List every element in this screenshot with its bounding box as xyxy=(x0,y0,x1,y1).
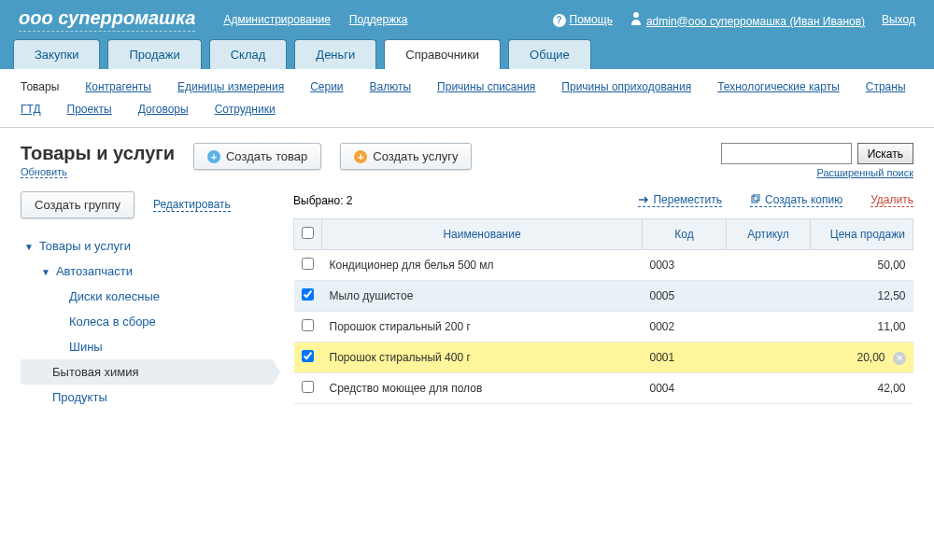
cell-name: Мыло душистое xyxy=(322,281,643,312)
table-row[interactable]: Средство моющее для полов000442,00 xyxy=(294,373,913,404)
user-link[interactable]: admin@ооо суперромашка (Иван Иванов) xyxy=(630,12,865,28)
tree-item[interactable]: Диски колесные xyxy=(21,284,273,309)
row-checkbox[interactable] xyxy=(302,381,314,393)
page-head: Товары и услуги Обновить + Создать товар… xyxy=(21,143,913,178)
tab[interactable]: Общие xyxy=(508,39,591,69)
col-name-header[interactable]: Наименование xyxy=(322,219,643,250)
cell-check xyxy=(294,250,322,281)
caret-icon: ▼ xyxy=(41,267,50,277)
tree-item-label: Продукты xyxy=(52,390,107,404)
subnav-link[interactable]: Контрагенты xyxy=(85,80,151,93)
tree-item-label: Бытовая химия xyxy=(52,365,139,379)
cell-name: Порошок стиральный 400 г xyxy=(322,343,643,373)
cell-name: Средство моющее для полов xyxy=(322,373,643,404)
search-button[interactable]: Искать xyxy=(857,143,913,164)
refresh-link[interactable]: Обновить xyxy=(21,166,67,178)
person-icon xyxy=(630,12,643,25)
copy-icon xyxy=(750,194,761,205)
selected-count: Выбрано: 2 xyxy=(293,194,353,207)
header-links: Администрирование Поддержка xyxy=(223,13,407,26)
app-logo[interactable]: ооо суперромашка xyxy=(19,7,195,32)
table-row[interactable]: Мыло душистое000512,50 xyxy=(294,281,913,312)
subnav-link[interactable]: ГТД xyxy=(21,103,41,116)
edit-link[interactable]: Редактировать xyxy=(153,198,231,212)
tree-item[interactable]: Продукты xyxy=(21,385,273,410)
cell-check xyxy=(294,281,322,312)
help-link[interactable]: ?Помощь xyxy=(553,13,613,27)
subnav-link[interactable]: Валюты xyxy=(370,80,412,93)
table-row[interactable]: Кондиционер для белья 500 мл000350,00 xyxy=(294,250,913,281)
subnav-link[interactable]: Технологические карты xyxy=(717,80,840,93)
subnav-link[interactable]: Сотрудники xyxy=(215,103,276,116)
group-row: Создать группу Редактировать xyxy=(21,191,273,218)
subnav-link[interactable]: Договоры xyxy=(138,103,189,116)
table-row[interactable]: Порошок стиральный 400 г000120,00✕ xyxy=(294,343,913,373)
table-row[interactable]: Порошок стиральный 200 г000211,00 xyxy=(294,312,913,343)
tree-item[interactable]: Шины xyxy=(21,334,273,359)
row-checkbox[interactable] xyxy=(302,319,314,331)
subnav-link[interactable]: Единицы измерения xyxy=(177,80,284,93)
create-product-label: Создать товар xyxy=(226,149,307,163)
col-article-header[interactable]: Артикул xyxy=(727,219,811,250)
support-link[interactable]: Поддержка xyxy=(349,13,408,26)
row-delete-icon[interactable]: ✕ xyxy=(893,352,906,365)
tree-item[interactable]: ▼Товары и услуги xyxy=(21,233,273,259)
tab[interactable]: Продажи xyxy=(107,39,201,69)
tab[interactable]: Справочники xyxy=(384,39,501,69)
create-service-label: Создать услугу xyxy=(373,149,458,163)
subnav-link[interactable]: Страны xyxy=(866,80,906,93)
create-group-button[interactable]: Создать группу xyxy=(21,191,134,218)
logout-link[interactable]: Выход xyxy=(882,13,915,26)
cell-price: 20,00✕ xyxy=(811,343,913,373)
col-price-header[interactable]: Цена продажи xyxy=(811,219,913,250)
select-all-checkbox[interactable] xyxy=(302,227,314,239)
tree-item-label: Колеса в сборе xyxy=(69,315,156,329)
search-box: Искать Расширенный поиск xyxy=(721,143,913,178)
subnav-link[interactable]: Причины списания xyxy=(437,80,535,93)
table-header-row: Наименование Код Артикул Цена продажи xyxy=(294,219,913,250)
admin-link[interactable]: Администрирование xyxy=(223,13,330,26)
copy-link[interactable]: Создать копию xyxy=(750,193,842,207)
content: Товары и услуги Обновить + Создать товар… xyxy=(0,128,934,425)
cell-price: 50,00 xyxy=(811,250,913,281)
copy-label: Создать копию xyxy=(765,193,842,206)
tree-item[interactable]: Бытовая химия xyxy=(21,359,273,385)
row-checkbox[interactable] xyxy=(302,350,314,362)
subnav-link[interactable]: Проекты xyxy=(67,103,112,116)
cell-article xyxy=(727,312,811,343)
app-header: ооо суперромашка Администрирование Подде… xyxy=(0,0,934,39)
cell-code: 0004 xyxy=(643,373,727,404)
category-tree: ▼Товары и услуги▼АвтозапчастиДиски колес… xyxy=(21,233,273,410)
cell-price: 42,00 xyxy=(811,373,913,404)
tab[interactable]: Склад xyxy=(209,39,288,69)
selection-row: Выбрано: 2 Переместить Создать копию Уда… xyxy=(293,191,913,209)
move-icon xyxy=(638,194,649,205)
help-label: Помощь xyxy=(570,13,613,26)
subnav-link[interactable]: Серии xyxy=(310,80,343,93)
tree-item-label: Диски колесные xyxy=(69,289,160,303)
move-link[interactable]: Переместить xyxy=(638,193,722,207)
cell-code: 0005 xyxy=(643,281,727,312)
row-checkbox[interactable] xyxy=(302,258,314,270)
tree-item[interactable]: Колеса в сборе xyxy=(21,309,273,334)
cell-code: 0003 xyxy=(643,250,727,281)
cell-name: Кондиционер для белья 500 мл xyxy=(322,250,643,281)
cell-price: 12,50 xyxy=(811,281,913,312)
subnav-link[interactable]: Причины оприходования xyxy=(561,80,691,93)
create-product-button[interactable]: + Создать товар xyxy=(193,143,321,170)
row-checkbox[interactable] xyxy=(302,288,314,301)
tree-item[interactable]: ▼Автозапчасти xyxy=(21,259,273,284)
tab[interactable]: Закупки xyxy=(13,39,100,69)
advanced-search-link[interactable]: Расширенный поиск xyxy=(816,167,913,178)
title-block: Товары и услуги Обновить xyxy=(21,143,175,178)
delete-link[interactable]: Удалить xyxy=(870,193,913,207)
search-input[interactable] xyxy=(721,143,852,164)
tab[interactable]: Деньги xyxy=(294,39,376,69)
tree-item-label: Товары и услуги xyxy=(39,239,131,253)
main-split: Создать группу Редактировать ▼Товары и у… xyxy=(21,191,913,410)
svg-rect-0 xyxy=(752,196,757,203)
create-service-button[interactable]: + Создать услугу xyxy=(340,143,472,170)
tree-item-label: Автозапчасти xyxy=(56,264,133,278)
col-check-header xyxy=(294,219,322,250)
col-code-header[interactable]: Код xyxy=(643,219,727,250)
